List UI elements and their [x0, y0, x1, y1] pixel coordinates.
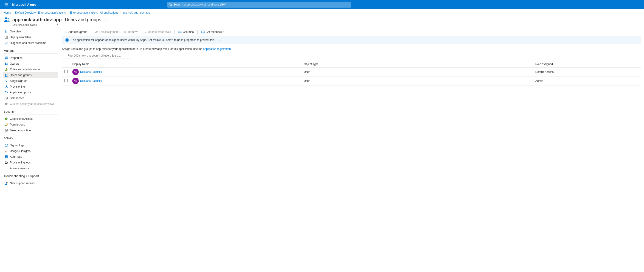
remove-button[interactable]: Remove	[122, 30, 140, 35]
sidebar-item-props[interactable]: Properties	[3, 55, 58, 61]
sidebar-item-owners[interactable]: Owners	[3, 61, 58, 66]
sidebar-item-prov[interactable]: Provisioning	[3, 84, 58, 89]
global-search-input[interactable]	[167, 2, 351, 8]
columns-button[interactable]: Columns	[176, 30, 196, 35]
sidebar-item-label: Sign-in logs	[10, 144, 24, 147]
sidebar-group-title: Troubleshooting + Support	[4, 174, 58, 179]
breadcrumb-link[interactable]: Default Directory | Enterprise applicati…	[15, 11, 66, 14]
svg-rect-3	[5, 30, 6, 33]
sidebar-item-proxy[interactable]: Application proxy	[3, 89, 58, 95]
sidebar-item-signin[interactable]: Sign-in logs	[3, 142, 58, 148]
sidebar-item-condacc[interactable]: Conditional Access	[3, 116, 58, 122]
sidebar-item-label: Provisioning	[10, 85, 25, 88]
row-checkbox[interactable]	[64, 79, 68, 82]
pencil-icon	[95, 31, 98, 34]
sidebar-item-access[interactable]: Access reviews	[3, 165, 58, 171]
sidebar-item-self[interactable]: Self-service	[3, 95, 58, 101]
provlogs-icon	[4, 161, 8, 164]
brand-label[interactable]: Microsoft Azure	[12, 3, 36, 7]
edit-assignment-button[interactable]: Edit assignment	[92, 30, 121, 35]
sidebar-item-token[interactable]: Token encryption	[3, 127, 58, 133]
svg-rect-5	[7, 31, 7, 33]
svg-point-8	[7, 58, 7, 58]
avatar: ND	[72, 69, 79, 75]
svg-rect-22	[6, 151, 6, 153]
sidebar-item-sso[interactable]: Single sign-on	[3, 78, 58, 84]
sidebar-item-label: Roles and administrators	[10, 68, 40, 71]
trash-icon	[124, 31, 127, 34]
col-role[interactable]: Role assigned	[533, 61, 641, 68]
search-container	[167, 2, 351, 8]
svg-point-11	[7, 63, 8, 64]
roles-icon	[4, 68, 8, 71]
sidebar-item-usage[interactable]: Usage & insights	[3, 148, 58, 154]
breadcrumb-link[interactable]: app-nick-auth-dev-app	[122, 11, 150, 14]
svg-point-25	[5, 161, 6, 163]
sidebar-group-title: Manage	[4, 49, 58, 54]
top-header: Microsoft Azure	[0, 0, 644, 9]
svg-point-9	[5, 58, 6, 59]
table-row[interactable]: NDNikolaos Dalalelis User Default Access	[62, 68, 641, 77]
app-registration-link[interactable]: application registration	[203, 47, 231, 51]
toolbar-separator	[174, 30, 175, 34]
sidebar-item-label: Properties	[10, 56, 22, 60]
sidebar-item-csa: Custom security attributes (preview)	[3, 101, 58, 107]
breadcrumb: Home › Default Directory | Enterprise ap…	[0, 9, 644, 15]
table-header-row: Display Name Object Type Role assigned	[62, 61, 641, 68]
page-title-section: | Users and groups	[62, 17, 101, 22]
breadcrumb-link[interactable]: Enterprise applications | All applicatio…	[70, 11, 118, 14]
diagnose-icon	[4, 41, 8, 45]
user-name-link[interactable]: Nikolaos Dalalelis	[80, 79, 102, 83]
sidebar-item-audit[interactable]: Audit logs	[3, 154, 58, 160]
banner-text: The application will appear for assigned…	[71, 38, 215, 42]
svg-point-18	[5, 97, 8, 99]
info-banner: i The application will appear for assign…	[62, 36, 641, 44]
more-actions-button[interactable]: ···	[102, 18, 108, 23]
key-icon	[144, 31, 147, 34]
assignments-table: Display Name Object Type Role assigned N…	[62, 61, 641, 85]
sidebar-item-label: Diagnose and solve problems	[10, 41, 46, 45]
sidebar-item-overview[interactable]: Overview	[3, 29, 58, 34]
access-icon	[4, 167, 8, 170]
sidebar-item-diagnose[interactable]: Diagnose and solve problems	[3, 40, 58, 46]
plus-icon	[64, 31, 67, 34]
feedback-button[interactable]: Got feedback?	[199, 30, 226, 35]
row-checkbox[interactable]	[64, 70, 68, 73]
svg-rect-21	[5, 151, 6, 153]
arrow-right-icon[interactable]: →	[219, 38, 222, 42]
overview-icon	[4, 30, 8, 33]
add-user-group-button[interactable]: Add user/group	[62, 30, 90, 35]
sidebar-item-provlogs[interactable]: Provisioning logs	[3, 160, 58, 165]
columns-icon	[178, 31, 182, 33]
sidebar-item-perms[interactable]: Permissions	[3, 122, 58, 127]
sidebar-item-roles[interactable]: Roles and administrators	[3, 66, 58, 72]
sidebar-item-support[interactable]: New support request	[3, 180, 58, 186]
breadcrumb-link[interactable]: Home	[4, 11, 11, 14]
svg-point-14	[5, 74, 6, 75]
table-row[interactable]: NDNikolaos Dalalelis User Admin	[62, 77, 641, 85]
sidebar-item-label: Users and groups	[10, 74, 32, 77]
cell-role: Admin	[533, 77, 641, 85]
page-title-app: app-nick-auth-dev-app	[12, 17, 62, 22]
sidebar-item-users[interactable]: Users and groups	[3, 72, 58, 78]
filter-input[interactable]	[62, 53, 131, 58]
sidebar-item-label: Audit logs	[10, 155, 22, 159]
sidebar-item-deploy[interactable]: Deployment Plan	[3, 34, 58, 40]
col-display-name[interactable]: Display Name	[70, 61, 302, 68]
self-icon	[4, 96, 8, 100]
filter-container	[62, 53, 131, 58]
search-icon	[169, 3, 172, 6]
sidebar-item-label: Usage & insights	[10, 150, 30, 153]
users-groups-icon	[4, 16, 10, 23]
svg-point-12	[6, 68, 7, 69]
svg-rect-4	[6, 31, 6, 33]
menu-toggle[interactable]	[1, 3, 12, 6]
assign-help-text: Assign users and groups to app-roles for…	[62, 44, 644, 53]
user-name-link[interactable]: Nikolaos Dalalelis	[80, 70, 102, 74]
sidebar-item-label: Overview	[10, 30, 21, 33]
page-subtitle: Enterprise Application	[12, 24, 644, 29]
collapse-sidebar-button[interactable]: «	[57, 23, 58, 25]
col-object-type[interactable]: Object Type	[302, 61, 533, 68]
users-icon	[4, 73, 8, 77]
update-credentials-button[interactable]: Update credentials	[142, 30, 173, 35]
